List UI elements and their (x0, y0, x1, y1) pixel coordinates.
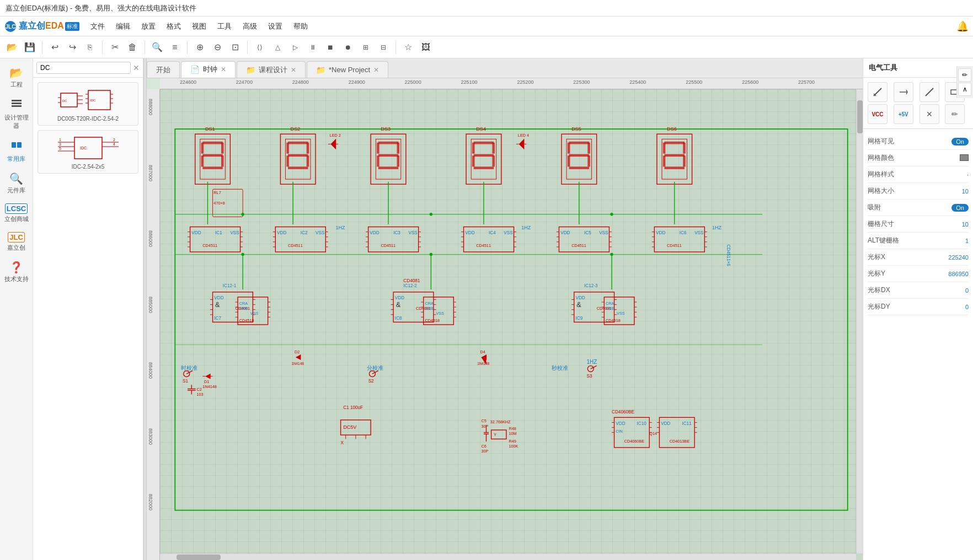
draw-tool-2[interactable]: ∧ (958, 83, 971, 96)
svg-text:2: 2 (113, 138, 115, 142)
svg-text:CRB: CRB (606, 306, 614, 311)
fit-button[interactable]: ⊡ (227, 40, 243, 55)
tb-icon-4[interactable]: ⏸ (305, 40, 320, 55)
canvas-area[interactable]: 224600 224700 224800 224900 225000 22510… (147, 78, 863, 560)
sidebar-item-support[interactable]: ❓ 技术支持 (2, 257, 31, 287)
sidebar-item-project[interactable]: 📂 工程 (2, 63, 31, 92)
prop-grid-visible: 网格可见 On (868, 133, 969, 150)
prop-grid-visible-toggle[interactable]: On (951, 138, 969, 146)
line-tool[interactable] (919, 82, 939, 102)
svg-text:32.768KHZ: 32.768KHZ (490, 419, 511, 424)
tab-clock-close[interactable]: ✕ (221, 66, 226, 73)
prop-grid-color-value[interactable] (960, 154, 969, 162)
tab-new-project-icon: 📁 (316, 66, 325, 74)
zoom-in-button[interactable]: ⊕ (192, 40, 207, 55)
draw-tool-1[interactable]: ✏ (958, 68, 971, 82)
component-dc005[interactable]: DC IDC DC005-T20R-IDC-2.54-2 (38, 82, 138, 126)
delete-button[interactable]: 🗑 (125, 40, 140, 55)
tb-icon-3[interactable]: ▷ (287, 40, 303, 55)
menu-view[interactable]: 视图 (188, 19, 211, 34)
ruler-horizontal: 224600 224700 224800 224900 225000 22510… (160, 78, 863, 89)
star-button[interactable]: ☆ (400, 40, 416, 55)
extra-tools: ✏ ∧ (956, 66, 973, 98)
menu-advanced[interactable]: 高级 (238, 19, 261, 34)
svg-text:CRA: CRA (239, 301, 248, 306)
svg-marker-353 (296, 355, 301, 360)
tb-icon-8[interactable]: ⊟ (376, 40, 391, 55)
tb-icon-6[interactable]: ⏺ (340, 40, 356, 55)
sidebar-item-lcsc[interactable]: LCSC 立创商城 (2, 200, 31, 227)
tab-new-project[interactable]: 📁 *New Project ✕ (307, 61, 388, 78)
svg-text:C2: C2 (196, 387, 201, 392)
filter-button[interactable]: ≡ (167, 40, 183, 55)
zoom-out-button[interactable]: ⊖ (210, 40, 225, 55)
svg-text:DS5: DS5 (571, 126, 581, 132)
tb-icon-5[interactable]: ⏹ (323, 40, 338, 55)
svg-text:VSS: VSS (617, 311, 625, 316)
search-input[interactable] (36, 62, 131, 74)
svg-point-365 (430, 213, 432, 216)
tb-icon-1[interactable]: ⟨⟩ (252, 40, 268, 55)
search-button[interactable]: 🔍 (149, 40, 165, 55)
edit-tool[interactable]: ✏ (945, 104, 965, 124)
menu-format[interactable]: 格式 (162, 19, 185, 34)
tab-clock[interactable]: 📄 时钟 ✕ (181, 61, 236, 78)
svg-text:CRB: CRB (239, 306, 248, 311)
svg-rect-74 (492, 155, 495, 166)
undo-button[interactable]: ↩ (47, 40, 62, 55)
prop-grid-size: 网格大小 10 (868, 183, 969, 200)
copy-button[interactable]: ⎘ (82, 40, 98, 55)
vcc-tool[interactable]: VCC (868, 104, 888, 124)
menu-edit[interactable]: 编辑 (111, 19, 135, 34)
svg-text:C6: C6 (481, 444, 486, 449)
menu-file[interactable]: 文件 (86, 19, 109, 34)
ic7-group: VDD CD4081 IC7 & IC12-1 (210, 283, 255, 322)
bus-tool[interactable] (894, 82, 913, 102)
tab-new-project-close[interactable]: ✕ (373, 66, 379, 74)
svg-text:VDD: VDD (395, 296, 404, 301)
sidebar-item-design-manager[interactable]: 设计管理器 (2, 94, 31, 133)
tab-course-label: 课程设计 (259, 65, 287, 75)
ruler-h-mark-11: 225600 (742, 79, 758, 85)
svg-rect-54 (307, 155, 309, 166)
tab-course[interactable]: 📁 课程设计 ✕ (237, 61, 306, 78)
svg-text:CD4013BE: CD4013BE (670, 439, 690, 444)
menu-tools[interactable]: 工具 (213, 19, 236, 34)
tb-icon-2[interactable]: △ (270, 40, 285, 55)
vertical-scrollbar[interactable] (856, 89, 863, 553)
component-idc[interactable]: 1 3 5 2 4 IDC IDC-2.54-2x5 (38, 130, 138, 174)
menu-bar: JLC 嘉立创EDA 标准 文件 编辑 放置 格式 视图 工具 高级 设置 帮助… (0, 17, 973, 36)
svg-text:CD4060BE: CD4060BE (612, 410, 635, 414)
design-manager-svg (10, 98, 23, 110)
open-button[interactable]: 📂 (4, 40, 20, 55)
sidebar-item-jlc[interactable]: JLC 嘉立创 (2, 229, 31, 255)
prop-cursor-y-label: 光标Y (868, 269, 885, 278)
save-button[interactable]: 💾 (22, 40, 38, 55)
5v-tool[interactable]: +5V (894, 104, 913, 124)
schematic-canvas[interactable]: DS1 DS2 (160, 89, 863, 560)
switch-s1: S1 (183, 371, 193, 384)
svg-rect-88 (665, 142, 685, 144)
sidebar-item-component-lib[interactable]: 🔍 元件库 (2, 169, 31, 198)
cut-button[interactable]: ✂ (107, 40, 122, 55)
image-button[interactable]: 🖼 (418, 40, 434, 55)
menu-help[interactable]: 帮助 (289, 19, 312, 34)
svg-rect-60 (378, 166, 398, 169)
horizontal-scrollbar[interactable] (160, 553, 856, 560)
sidebar-item-common-lib[interactable]: 常用库 (2, 136, 31, 166)
clear-search-button[interactable]: ✕ (133, 63, 140, 72)
component-list: DC IDC DC005-T20R-IDC-2.54-2 (33, 78, 143, 560)
menu-place[interactable]: 放置 (137, 19, 160, 34)
svg-rect-89 (665, 154, 685, 157)
wire-tool[interactable] (868, 82, 888, 102)
bell-icon[interactable]: 🔔 (956, 20, 969, 33)
tab-course-close[interactable]: ✕ (291, 66, 296, 74)
prop-snap-toggle[interactable]: On (951, 204, 969, 212)
close-tool[interactable]: ✕ (919, 104, 939, 124)
window-title: 嘉立创EDA(标准版) - 免费、易用、强大的在线电路设计软件 (6, 3, 196, 13)
redo-button[interactable]: ↪ (65, 40, 80, 55)
tab-start[interactable]: 开始 (147, 61, 180, 78)
tb-icon-7[interactable]: ⊞ (358, 40, 373, 55)
menu-settings[interactable]: 设置 (264, 19, 287, 34)
svg-text:VDD: VDD (191, 230, 201, 235)
